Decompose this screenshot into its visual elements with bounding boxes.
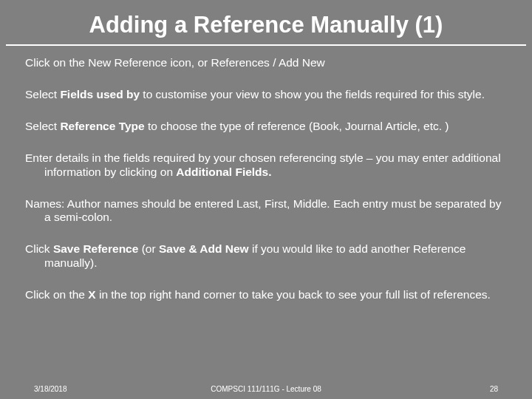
text: Click on the New Reference icon, or Refe… [25,56,325,69]
paragraph-7: Click on the X in the top right hand cor… [25,288,507,302]
text: Click on the [25,288,88,301]
text: (or [138,242,159,255]
footer-page: 28 [490,385,498,393]
text: Click [25,242,53,255]
bold-text: Additional Fields. [176,166,271,178]
text: Select [25,120,60,132]
text: to customise your view to show you the f… [140,88,485,100]
paragraph-2: Select Fields used by to customise your … [25,88,507,102]
paragraph-1: Click on the New Reference icon, or Refe… [25,56,507,70]
paragraph-5: Names: Author names should be entered La… [25,197,507,225]
footer-center: COMPSCI 111/111G - Lecture 08 [0,385,532,393]
footer: 3/18/2018 COMPSCI 111/111G - Lecture 08 … [0,385,532,393]
slide: Adding a Reference Manually (1) Click on… [0,0,532,399]
slide-body: Click on the New Reference icon, or Refe… [0,46,532,302]
slide-title: Adding a Reference Manually (1) [0,0,532,44]
paragraph-6: Click Save Reference (or Save & Add New … [25,242,507,270]
footer-date: 3/18/2018 [34,385,67,393]
bold-text: Fields used by [60,88,140,100]
bold-text: Save & Add New [159,242,249,255]
bold-text: Reference Type [60,120,144,132]
bold-text: Save Reference [53,242,138,255]
bold-text: X [88,288,95,301]
paragraph-4: Enter details in the fields required by … [25,151,507,180]
text: Select [25,88,60,100]
text: Names: Author names should be entered La… [25,197,501,224]
text: to choose the type of reference (Book, J… [145,120,449,132]
text: in the top right hand corner to take you… [96,288,491,301]
paragraph-3: Select Reference Type to choose the type… [25,120,507,134]
